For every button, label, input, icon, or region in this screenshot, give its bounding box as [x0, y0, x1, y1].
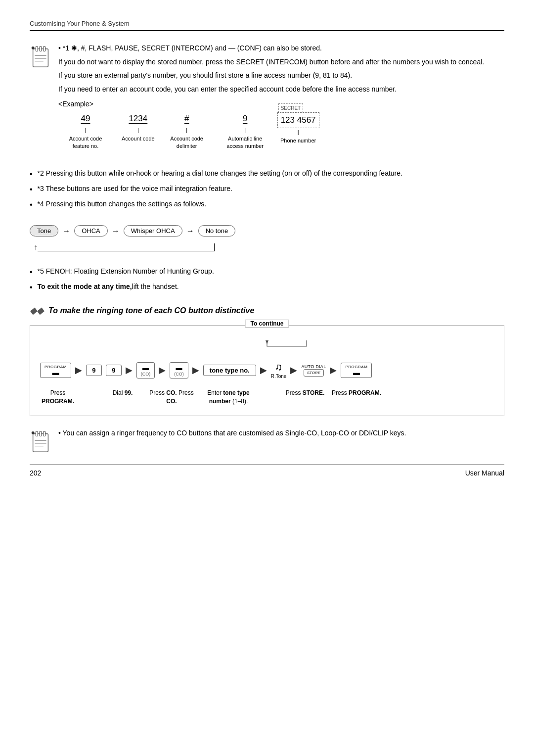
- arrow-6: ▶: [290, 365, 297, 376]
- footer: 202 User Manual: [30, 465, 504, 477]
- diagram-label-1: Account code feature no.: [63, 135, 108, 149]
- note-bullet-4: If you need to enter an account code, yo…: [58, 84, 504, 95]
- diagram-val-2: 1234: [129, 112, 147, 125]
- co-button-2: ▬ (CO): [170, 362, 188, 378]
- co-button-1: ▬ (CO): [136, 362, 155, 378]
- svg-rect-3: [44, 47, 45, 51]
- arrow-5: ▶: [260, 365, 267, 376]
- section-heading-text: To make the ringing tone of each CO butt…: [48, 306, 254, 315]
- svg-rect-0: [33, 49, 48, 67]
- note-2-bullet: • You can assign a ringer frequency to C…: [58, 428, 504, 439]
- dial-9-key-2: 9: [106, 365, 122, 376]
- tone-type-key: tone type no.: [203, 365, 256, 376]
- footer-title: User Manual: [465, 469, 504, 477]
- diamonds-icon: ◆◆: [30, 305, 44, 316]
- continue-arrow-area: [40, 339, 494, 353]
- diagram-val-5: 123 4567: [277, 112, 319, 128]
- tone-flow-row: Tone → OHCA → Whisper OHCA → No tone: [30, 222, 504, 239]
- arrow-2: ▶: [126, 365, 133, 376]
- arrow-3: ▶: [159, 365, 166, 376]
- procedure-steps-row: PROGRAM ▬ ▶ 9 9 ▶ ▬ (CO) ▶ ▬ (CO): [40, 361, 494, 379]
- note-icon-2: [30, 430, 51, 455]
- tone-pill-ohca: OHCA: [74, 225, 108, 236]
- tone-arrow-2: →: [112, 227, 120, 236]
- label-press-store: Press STORE.: [285, 389, 325, 397]
- diagram-label-2: Account code: [122, 135, 155, 142]
- label-press-program: Press PROGRAM.: [40, 389, 76, 406]
- svg-rect-9: [33, 433, 48, 451]
- label-enter-tone: Enter tone type number (1–8).: [201, 389, 256, 406]
- bullets-section-2: *2 Pressing this button while on-hook or…: [30, 168, 504, 211]
- tone-back-arrow: ↑: [30, 243, 504, 251]
- bullets-section-3: *5 FENOH: Floating Extension Number of H…: [30, 266, 504, 293]
- bullet-3-2: To exit the mode at any time, lift the h…: [30, 282, 504, 293]
- page-header: Customising Your Phone & System: [30, 20, 504, 31]
- note-icon: [30, 45, 51, 70]
- tone-arrow-1: →: [62, 227, 70, 236]
- tone-pill-notone: No tone: [198, 225, 236, 236]
- rtone-area: ♫ R.Tone: [271, 361, 287, 379]
- program-button-2: PROGRAM ▬: [341, 363, 372, 378]
- procedure-box: To continue PROGRAM ▬ ▶ 9 9 ▶: [30, 325, 504, 416]
- label-dial-99: Dial 99.: [105, 389, 140, 397]
- bullet-2-1: *2 Pressing this button while on-hook or…: [30, 168, 504, 180]
- footer-page-number: 202: [30, 469, 41, 477]
- svg-rect-12: [44, 431, 45, 436]
- bullet-2-2: *3 These buttons are used for the voice …: [30, 184, 504, 195]
- svg-rect-11: [40, 431, 42, 436]
- auto-dial-store: AUTO DIAL STORE: [301, 364, 326, 377]
- note-section-2: • You can assign a ringer frequency to C…: [30, 428, 504, 455]
- diagram-val-1: 49: [81, 112, 90, 125]
- note-2-text: • You can assign a ringer frequency to C…: [58, 428, 504, 442]
- tone-arrow-3: →: [186, 227, 194, 236]
- diagram-item-1: 49 | Account code feature no.: [63, 112, 108, 149]
- diagram-val-3: #: [184, 112, 189, 125]
- diagram-item-2: 1234 | Account code: [122, 112, 155, 142]
- continue-curve-svg: [213, 339, 321, 353]
- notepad-icon: [30, 45, 51, 69]
- svg-marker-8: [266, 340, 268, 344]
- section-heading: ◆◆ To make the ringing tone of each CO b…: [30, 305, 504, 316]
- note-bullet-2: If you do not want to display the stored…: [58, 57, 504, 68]
- label-press-co: Press CO. Press CO.: [147, 389, 196, 406]
- header-title: Customising Your Phone & System: [30, 20, 130, 27]
- svg-rect-2: [40, 47, 42, 51]
- secret-label-top: SECRET: [278, 103, 304, 112]
- bullet-2-3: *4 Pressing this button changes the sett…: [30, 199, 504, 211]
- tone-pill-whisper: Whisper OHCA: [124, 225, 182, 236]
- arrow-7: ▶: [330, 365, 337, 376]
- diagram-item-5: SECRET 123 4567 | Phone number: [277, 112, 319, 144]
- rtone-label: R.Tone: [271, 374, 287, 379]
- diagram-label-3: Account code delimiter: [165, 135, 209, 149]
- diagram-label-5: Phone number: [280, 137, 316, 144]
- diagram-item-4: 9 | Automatic line access number: [223, 112, 267, 149]
- label-press-program-2: Press PROGRAM.: [332, 389, 381, 397]
- to-continue-label: To continue: [245, 320, 289, 328]
- account-code-diagram: 49 | Account code feature no. 1234 | Acc…: [58, 112, 504, 149]
- tone-pill-tone: Tone: [30, 225, 58, 236]
- diagram-label-4: Automatic line access number: [223, 135, 267, 149]
- svg-point-7: [32, 47, 35, 49]
- diagram-item-3: # | Account code delimiter: [165, 112, 209, 149]
- arrow-4: ▶: [192, 365, 199, 376]
- music-note-icon: ♫: [275, 361, 282, 373]
- notepad-icon-2: [30, 430, 51, 454]
- svg-rect-1: [36, 47, 38, 51]
- procedure-labels-row: Press PROGRAM. Dial 99. Press CO. Press …: [40, 387, 494, 406]
- note-text-block: • *1 ✱, #, FLASH, PAUSE, SECRET (INTERCO…: [58, 43, 504, 161]
- note-section-1: • *1 ✱, #, FLASH, PAUSE, SECRET (INTERCO…: [30, 43, 504, 161]
- program-button-1: PROGRAM ▬: [40, 363, 71, 378]
- note-bullet-3: If you store an external party's number,…: [58, 70, 504, 81]
- dial-9-key-1: 9: [86, 365, 102, 376]
- bullet-3-1: *5 FENOH: Floating Extension Number of H…: [30, 266, 504, 278]
- note-bullet-1: • *1 ✱, #, FLASH, PAUSE, SECRET (INTERCO…: [58, 43, 504, 54]
- arrow-1: ▶: [75, 365, 82, 376]
- tone-flow-diagram: Tone → OHCA → Whisper OHCA → No tone ↑: [30, 214, 504, 251]
- svg-point-16: [32, 431, 35, 434]
- diagram-val-4: 9: [243, 112, 247, 125]
- svg-rect-10: [36, 431, 38, 436]
